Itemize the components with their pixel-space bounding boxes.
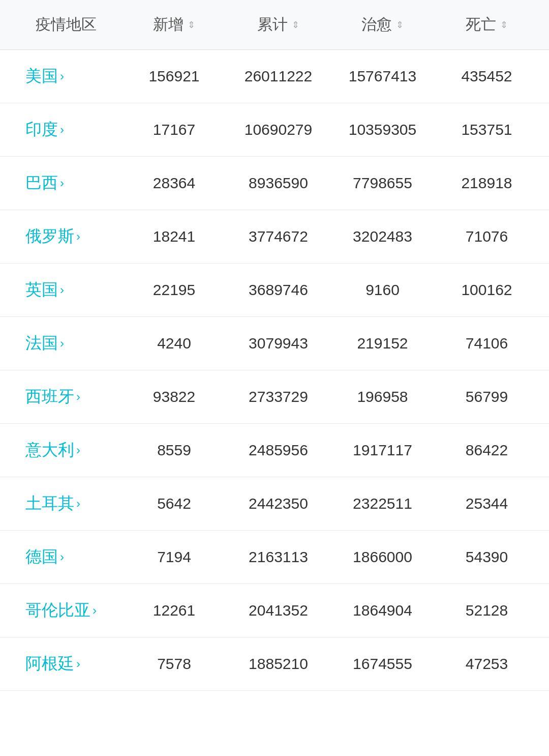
header-total[interactable]: 累计 <box>226 14 330 35</box>
total-cases-cell: 3774672 <box>226 228 330 245</box>
sort-deaths-icon[interactable] <box>500 19 508 31</box>
total-cases-cell: 3079943 <box>226 335 330 352</box>
header-recovered-label: 治愈 <box>361 14 392 35</box>
new-cases-cell: 4240 <box>122 335 226 352</box>
country-cell[interactable]: 哥伦比亚 › <box>10 599 122 622</box>
recovered-cell: 3202483 <box>330 228 435 245</box>
new-cases-cell: 28364 <box>122 175 226 192</box>
chevron-right-icon: › <box>93 603 97 618</box>
country-name: 哥伦比亚 <box>25 599 90 622</box>
table-row[interactable]: 意大利 › 8559 2485956 1917117 86422 <box>0 424 549 477</box>
deaths-cell: 56799 <box>435 388 539 405</box>
header-new-label: 新增 <box>153 14 184 35</box>
country-cell[interactable]: 土耳其 › <box>10 492 122 515</box>
table-body: 美国 › 156921 26011222 15767413 435452 印度 … <box>0 50 549 691</box>
recovered-cell: 196958 <box>330 388 435 405</box>
total-cases-cell: 3689746 <box>226 281 330 299</box>
header-new[interactable]: 新增 <box>122 14 226 35</box>
country-cell[interactable]: 意大利 › <box>10 439 122 461</box>
total-cases-cell: 10690279 <box>226 121 330 138</box>
country-cell[interactable]: 西班牙 › <box>10 386 122 408</box>
new-cases-cell: 22195 <box>122 281 226 299</box>
country-cell[interactable]: 俄罗斯 › <box>10 225 122 248</box>
header-region-label: 疫情地区 <box>36 14 97 35</box>
chevron-right-icon: › <box>60 283 64 297</box>
table-row[interactable]: 法国 › 4240 3079943 219152 74106 <box>0 317 549 370</box>
header-recovered[interactable]: 治愈 <box>330 14 435 35</box>
table-header: 疫情地区 新增 累计 治愈 死亡 <box>0 0 549 50</box>
country-cell[interactable]: 美国 › <box>10 65 122 88</box>
country-name: 法国 <box>25 332 58 355</box>
new-cases-cell: 8559 <box>122 442 226 459</box>
header-deaths[interactable]: 死亡 <box>435 14 539 35</box>
new-cases-cell: 93822 <box>122 388 226 405</box>
table-row[interactable]: 土耳其 › 5642 2442350 2322511 25344 <box>0 477 549 531</box>
table-row[interactable]: 巴西 › 28364 8936590 7798655 218918 <box>0 157 549 210</box>
new-cases-cell: 7578 <box>122 655 226 673</box>
country-name: 土耳其 <box>25 492 74 515</box>
total-cases-cell: 2733729 <box>226 388 330 405</box>
total-cases-cell: 1885210 <box>226 655 330 673</box>
country-name: 印度 <box>25 119 58 141</box>
total-cases-cell: 2041352 <box>226 602 330 619</box>
recovered-cell: 2322511 <box>330 495 435 512</box>
country-name: 巴西 <box>25 172 58 194</box>
table-row[interactable]: 哥伦比亚 › 12261 2041352 1864904 52128 <box>0 584 549 637</box>
chevron-right-icon: › <box>76 657 80 671</box>
deaths-cell: 71076 <box>435 228 539 245</box>
chevron-right-icon: › <box>76 390 80 404</box>
table-row[interactable]: 阿根廷 › 7578 1885210 1674555 47253 <box>0 637 549 691</box>
total-cases-cell: 2163113 <box>226 548 330 566</box>
country-cell[interactable]: 印度 › <box>10 119 122 141</box>
total-cases-cell: 26011222 <box>226 68 330 85</box>
deaths-cell: 52128 <box>435 602 539 619</box>
deaths-cell: 218918 <box>435 175 539 192</box>
country-name: 美国 <box>25 65 58 88</box>
deaths-cell: 153751 <box>435 121 539 138</box>
country-cell[interactable]: 巴西 › <box>10 172 122 194</box>
chevron-right-icon: › <box>60 336 64 351</box>
country-cell[interactable]: 德国 › <box>10 546 122 568</box>
sort-new-icon[interactable] <box>188 19 195 31</box>
country-cell[interactable]: 法国 › <box>10 332 122 355</box>
new-cases-cell: 17167 <box>122 121 226 138</box>
chevron-right-icon: › <box>60 550 64 564</box>
country-cell[interactable]: 英国 › <box>10 279 122 301</box>
country-cell[interactable]: 阿根廷 › <box>10 653 122 675</box>
total-cases-cell: 2442350 <box>226 495 330 512</box>
table-row[interactable]: 英国 › 22195 3689746 9160 100162 <box>0 264 549 317</box>
chevron-right-icon: › <box>60 123 64 137</box>
recovered-cell: 9160 <box>330 281 435 299</box>
chevron-right-icon: › <box>76 497 80 511</box>
new-cases-cell: 18241 <box>122 228 226 245</box>
table-row[interactable]: 西班牙 › 93822 2733729 196958 56799 <box>0 370 549 424</box>
new-cases-cell: 5642 <box>122 495 226 512</box>
table-row[interactable]: 德国 › 7194 2163113 1866000 54390 <box>0 531 549 584</box>
deaths-cell: 435452 <box>435 68 539 85</box>
table-row[interactable]: 印度 › 17167 10690279 10359305 153751 <box>0 103 549 157</box>
covid-table: 疫情地区 新增 累计 治愈 死亡 美国 › 156921 26011222 15… <box>0 0 549 691</box>
deaths-cell: 86422 <box>435 442 539 459</box>
country-name: 俄罗斯 <box>25 225 74 248</box>
header-total-label: 累计 <box>257 14 288 35</box>
table-row[interactable]: 俄罗斯 › 18241 3774672 3202483 71076 <box>0 210 549 264</box>
sort-recovered-icon[interactable] <box>396 19 404 31</box>
sort-total-icon[interactable] <box>292 19 299 31</box>
deaths-cell: 47253 <box>435 655 539 673</box>
recovered-cell: 1866000 <box>330 548 435 566</box>
deaths-cell: 74106 <box>435 335 539 352</box>
recovered-cell: 1674555 <box>330 655 435 673</box>
country-name: 德国 <box>25 546 58 568</box>
recovered-cell: 219152 <box>330 335 435 352</box>
country-name: 西班牙 <box>25 386 74 408</box>
country-name: 阿根廷 <box>25 653 74 675</box>
new-cases-cell: 156921 <box>122 68 226 85</box>
chevron-right-icon: › <box>76 443 80 457</box>
recovered-cell: 15767413 <box>330 68 435 85</box>
deaths-cell: 100162 <box>435 281 539 299</box>
chevron-right-icon: › <box>60 176 64 190</box>
country-name: 英国 <box>25 279 58 301</box>
table-row[interactable]: 美国 › 156921 26011222 15767413 435452 <box>0 50 549 103</box>
new-cases-cell: 12261 <box>122 602 226 619</box>
header-deaths-label: 死亡 <box>466 14 496 35</box>
